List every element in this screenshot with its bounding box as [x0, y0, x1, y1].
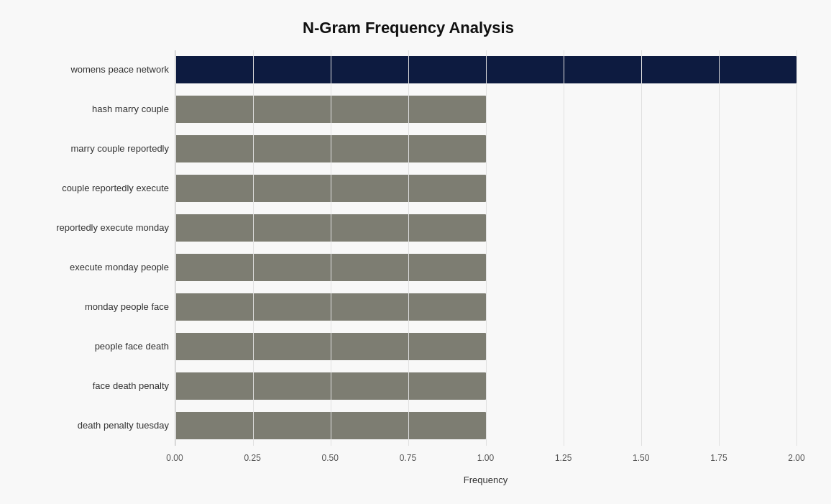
chart-container: N-Gram Frequency Analysis womens peace n… — [6, 4, 825, 500]
bar-row — [175, 248, 796, 288]
x-axis: 0.000.250.500.751.001.251.501.752.00 — [20, 450, 796, 472]
bars-and-grid — [175, 50, 796, 446]
bar-row — [175, 288, 796, 327]
y-label: hash marry couple — [92, 90, 169, 129]
y-label: face death penalty — [93, 367, 169, 406]
bar — [175, 135, 486, 162]
bar-row — [175, 327, 796, 367]
bar-row — [175, 406, 796, 446]
bar-row — [175, 50, 796, 90]
x-tick: 1.00 — [477, 453, 494, 463]
chart-title: N-Gram Frequency Analysis — [20, 19, 796, 37]
bar-row — [175, 129, 796, 169]
bar — [175, 254, 486, 281]
x-tick: 0.50 — [322, 453, 339, 463]
x-tick: 1.50 — [633, 453, 649, 463]
y-label: people face death — [95, 327, 169, 367]
y-label: womens peace network — [70, 50, 169, 90]
x-tick: 1.25 — [555, 453, 571, 463]
x-axis-inner: 0.000.250.500.751.001.251.501.752.00 — [175, 450, 796, 472]
x-axis-label: Frequency — [20, 475, 796, 485]
bar — [175, 56, 796, 83]
bar — [175, 96, 486, 123]
bar — [175, 333, 486, 360]
x-tick: 0.75 — [400, 453, 416, 463]
y-label: execute monday people — [70, 248, 169, 288]
y-label: reportedly execute monday — [56, 209, 169, 248]
x-tick: 0.25 — [244, 453, 260, 463]
bar — [175, 412, 486, 439]
bar — [175, 372, 486, 400]
y-label: marry couple reportedly — [70, 129, 169, 169]
y-label: death penalty tuesday — [78, 406, 169, 446]
bar — [175, 293, 486, 321]
bar-row — [175, 209, 796, 248]
x-tick: 1.75 — [710, 453, 727, 463]
x-tick: 2.00 — [788, 453, 804, 463]
bar — [175, 175, 486, 202]
bar-row — [175, 169, 796, 209]
bar-row — [175, 367, 796, 406]
y-axis: womens peace networkhash marry couplemar… — [20, 50, 175, 446]
x-tick: 0.00 — [166, 453, 183, 463]
chart-area: womens peace networkhash marry couplemar… — [20, 50, 796, 431]
y-label: couple reportedly execute — [62, 169, 169, 209]
grid-line — [796, 50, 797, 446]
bar — [175, 214, 486, 242]
y-label: monday people face — [85, 288, 169, 327]
bar-row — [175, 90, 796, 129]
bars-section: womens peace networkhash marry couplemar… — [20, 50, 796, 446]
